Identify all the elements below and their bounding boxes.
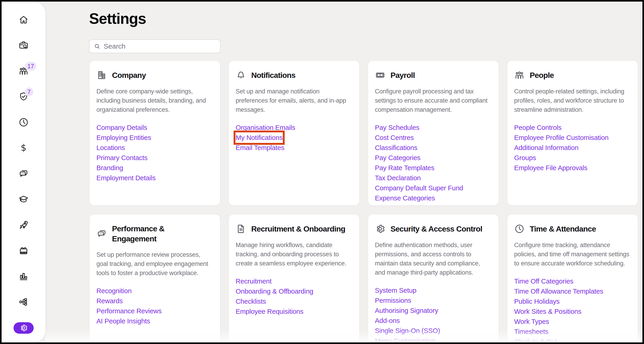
link-rewards[interactable]: Rewards	[96, 296, 123, 306]
bar-chart-icon	[18, 271, 29, 282]
link-system-setup[interactable]: System Setup	[375, 285, 416, 296]
link-groups[interactable]: Groups	[514, 153, 536, 163]
card-header: $Payroll	[375, 70, 492, 80]
gear-icon	[375, 224, 386, 234]
svg-text:$: $	[379, 74, 381, 77]
home-icon	[18, 14, 29, 25]
svg-text:$: $	[20, 143, 26, 153]
document-icon	[236, 224, 246, 234]
card-links: RecruitmentOnboarding & OffboardingCheck…	[236, 276, 352, 316]
search-input[interactable]	[104, 42, 216, 50]
link-add-ons[interactable]: Add-ons	[375, 316, 400, 326]
card-description: Control people-related settings, includi…	[514, 87, 631, 114]
link-employing-entities[interactable]: Employing Entities	[96, 132, 151, 143]
card-people: PeopleControl people-related settings, i…	[507, 60, 638, 206]
sidebar-item-graduation-cap[interactable]	[18, 194, 29, 204]
sidebar-item-briefcase-search[interactable]	[18, 40, 29, 50]
dollar-icon: $	[18, 143, 29, 153]
link-locations[interactable]: Locations	[96, 143, 125, 153]
link-primary-contacts[interactable]: Primary Contacts	[96, 153, 148, 163]
link-recruitment[interactable]: Recruitment	[236, 276, 272, 286]
sidebar-item-dollar[interactable]: $	[18, 143, 29, 153]
link-onboarding-offboarding[interactable]: Onboarding & Offboarding	[236, 286, 313, 296]
sidebar-item-people[interactable]: 17	[18, 66, 29, 76]
card-title: Performance & Engagement	[112, 224, 191, 244]
link-employment-details[interactable]: Employment Details	[96, 173, 156, 183]
sidebar: 177$	[2, 2, 45, 342]
link-additional-information[interactable]: Additional Information	[514, 143, 578, 153]
card-performance-engagement: Performance & EngagementSet up performan…	[89, 214, 220, 344]
link-email-templates[interactable]: Email Templates	[236, 143, 284, 153]
link-clock-in-out[interactable]: Clock In & Out	[514, 337, 557, 344]
link-permissions[interactable]: Permissions	[375, 296, 411, 306]
card-header: Recruitment & Onboarding	[236, 224, 352, 234]
link-work-types[interactable]: Work Types	[514, 316, 549, 326]
card-header: People	[514, 70, 631, 80]
link-organisation-emails[interactable]: Organisation Emails	[236, 122, 295, 132]
link-employee-profile-customisation[interactable]: Employee Profile Customisation	[514, 132, 608, 143]
link-cost-centres[interactable]: Cost Centres	[375, 132, 414, 143]
count-badge: 7	[25, 88, 33, 96]
link-public-holidays[interactable]: Public Holidays	[514, 296, 560, 306]
rocket-icon	[18, 220, 29, 230]
card-header: Notifications	[236, 70, 352, 80]
sidebar-item-shield-check[interactable]: 7	[18, 92, 29, 102]
card-links: Pay SchedulesCost CentresClassifications…	[375, 122, 492, 203]
card-header: Security & Access Control	[375, 224, 492, 234]
link-timesheets[interactable]: Timesheets	[514, 326, 548, 337]
link-pay-categories[interactable]: Pay Categories	[375, 153, 420, 163]
link-employee-file-approvals[interactable]: Employee File Approvals	[514, 163, 588, 173]
chat-icon	[96, 228, 107, 239]
card-header: Time & Attendance	[514, 224, 631, 234]
link-classifications[interactable]: Classifications	[375, 143, 418, 153]
link-time-off-allowance-templates[interactable]: Time Off Allowance Templates	[514, 286, 603, 296]
link-authorising-signatory[interactable]: Authorising Signatory	[375, 306, 438, 316]
sidebar-item-settings[interactable]	[14, 322, 34, 334]
sidebar-item-bar-chart[interactable]	[18, 271, 29, 282]
link-tax-declaration[interactable]: Tax Declaration	[375, 173, 421, 183]
link-pay-rate-templates[interactable]: Pay Rate Templates	[375, 163, 434, 173]
card-title: Security & Access Control	[390, 224, 482, 234]
sidebar-item-rocket[interactable]	[18, 220, 29, 230]
banknote-icon: $	[375, 70, 386, 80]
card-time-attendance: Time & AttendanceConfigure time tracking…	[507, 214, 638, 344]
link-pay-schedules[interactable]: Pay Schedules	[375, 122, 419, 132]
card-description: Define core company-wide settings, inclu…	[96, 87, 213, 114]
card-description: Define authentication methods, user perm…	[375, 240, 492, 277]
chat-icon	[18, 168, 29, 179]
link-checklists[interactable]: Checklists	[236, 296, 266, 306]
link-recognition[interactable]: Recognition	[96, 286, 132, 296]
sidebar-item-clock[interactable]	[18, 117, 29, 128]
card-title: People	[530, 70, 554, 80]
link-employee-requisitions[interactable]: Employee Requisitions	[236, 306, 304, 316]
sidebar-item-home[interactable]	[18, 14, 29, 25]
link-people-controls[interactable]: People Controls	[514, 122, 562, 132]
card-security-access-control: Security & Access ControlDefine authenti…	[368, 214, 499, 344]
link-branding[interactable]: Branding	[96, 163, 123, 173]
sidebar-item-org-chart[interactable]	[18, 296, 29, 307]
org-chart-icon	[18, 296, 29, 307]
link-work-sites-positions[interactable]: Work Sites & Positions	[514, 306, 581, 316]
link-my-notifications[interactable]: My Notifications	[236, 132, 282, 143]
link-single-sign-on-sso[interactable]: Single Sign-On (SSO)	[375, 326, 440, 336]
card-company: CompanyDefine core company-wide settings…	[89, 60, 220, 206]
link-menu-customisation[interactable]: Menu Customisation	[375, 336, 436, 344]
app-frame: 177$ Settings CompanyDefine core company…	[0, 0, 644, 344]
link-expense-categories[interactable]: Expense Categories	[375, 193, 435, 203]
people-icon	[514, 70, 525, 80]
card-payroll: $PayrollConfigure payroll processing and…	[368, 60, 499, 206]
sidebar-item-gift[interactable]	[18, 245, 29, 256]
link-performance-reviews[interactable]: Performance Reviews	[96, 306, 162, 316]
link-company-default-super-fund[interactable]: Company Default Super Fund	[375, 183, 463, 193]
card-links: Company DetailsEmploying EntitiesLocatio…	[96, 122, 213, 183]
search-icon	[94, 43, 100, 50]
count-badge: 17	[25, 62, 37, 70]
link-company-details[interactable]: Company Details	[96, 122, 147, 132]
card-description: Set up performance review processes, goa…	[96, 250, 213, 278]
sidebar-item-chat[interactable]	[18, 168, 29, 179]
link-time-off-categories[interactable]: Time Off Categories	[514, 276, 574, 286]
clock-icon	[514, 224, 525, 234]
settings-icon	[19, 324, 28, 332]
card-header: Company	[96, 70, 213, 80]
link-ai-people-insights[interactable]: AI People Insights	[96, 316, 150, 326]
